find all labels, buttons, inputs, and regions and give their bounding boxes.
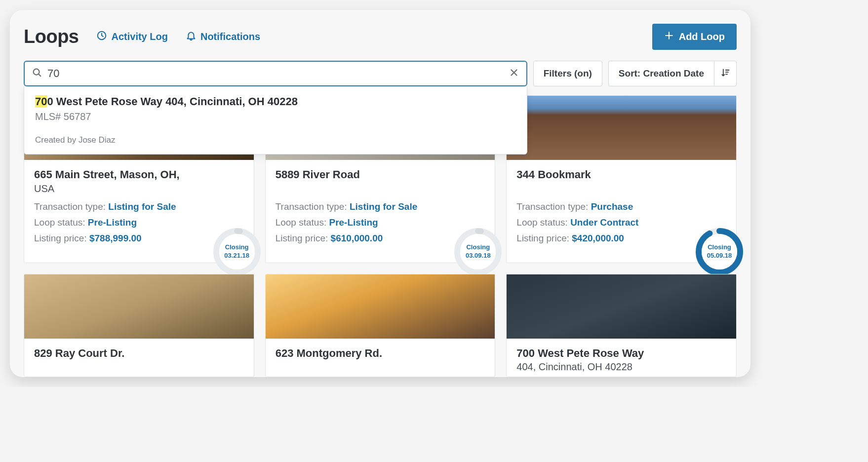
card-body: 344 Bookmark Transaction type: Purchase … — [507, 160, 736, 263]
ring-date: 05.09.18 — [707, 252, 732, 260]
card-title: 829 Ray Court Dr. — [34, 346, 244, 361]
suggestion-created-by: Created by Jose Diaz — [35, 135, 516, 145]
filters-button[interactable]: Filters (on) — [533, 61, 602, 86]
loop-status-label: Loop status: — [276, 217, 327, 228]
notifications-label: Notifications — [200, 31, 260, 42]
loop-status-value: Pre-Listing — [88, 217, 137, 228]
card-body: 5889 River Road Transaction type: Listin… — [266, 160, 495, 263]
closing-ring: Closing 03.09.18 — [453, 227, 503, 276]
closing-ring: Closing 03.21.18 — [212, 227, 262, 276]
plus-icon — [664, 31, 674, 43]
card-image — [507, 274, 736, 339]
suggestion-mls: MLS# 56787 — [35, 111, 516, 122]
filters-label: Filters (on) — [544, 68, 592, 79]
top-bar: Loops Activity Log Notifications Add Loo… — [24, 24, 737, 50]
app-frame: Loops Activity Log Notifications Add Loo… — [10, 10, 750, 377]
add-loop-label: Add Loop — [679, 31, 725, 42]
sort-button[interactable]: Sort: Creation Date — [608, 61, 714, 86]
suggestion-rest: 0 West Pete Rose Way 404, Cincinnati, OH… — [47, 95, 297, 108]
card-image — [266, 274, 495, 339]
clear-search-button[interactable] — [509, 67, 519, 80]
listing-price-value: $610,000.00 — [331, 233, 383, 243]
card-subtitle — [516, 183, 726, 194]
card-body: 665 Main Street, Mason, OH, USA Transact… — [24, 160, 254, 263]
closing-ring: Closing 05.09.18 — [695, 227, 744, 276]
sort-direction-button[interactable] — [714, 61, 737, 86]
listing-price-value: $420,000.00 — [572, 233, 624, 243]
card-body: 700 West Pete Rose Way 404, Cincinnati, … — [507, 339, 736, 377]
card-title: 344 Bookmark — [516, 168, 726, 182]
listing-price-label: Listing price: — [276, 233, 328, 243]
bell-icon — [186, 30, 197, 43]
card-subtitle: 404, Cincinnati, OH 40228 — [516, 361, 726, 373]
transaction-type-row: Transaction type: Listing for Sale — [276, 201, 485, 212]
ring-label: Closing — [225, 243, 249, 251]
ring-label: Closing — [466, 243, 490, 251]
clock-icon — [96, 30, 107, 43]
card-image — [507, 96, 736, 160]
card-body: 623 Montgomery Rd. — [266, 339, 495, 366]
loop-status-label: Loop status: — [34, 217, 85, 228]
card-subtitle — [276, 183, 485, 194]
sort-desc-icon — [720, 68, 730, 80]
loop-card[interactable]: 623 Montgomery Rd. — [265, 274, 496, 378]
loop-status-value: Under Contract — [570, 217, 638, 228]
suggestion-address: 700 West Pete Rose Way 404, Cincinnati, … — [35, 95, 516, 108]
loop-card[interactable]: 829 Ray Court Dr. — [24, 274, 254, 378]
loop-status-row: Loop status: Pre-Listing — [276, 217, 485, 228]
loop-status-row: Loop status: Under Contract — [516, 217, 726, 228]
add-loop-button[interactable]: Add Loop — [652, 24, 737, 50]
loop-status-value: Pre-Listing — [329, 217, 378, 228]
listing-price-value: $788,999.00 — [89, 233, 142, 243]
search-wrap: 700 West Pete Rose Way 404, Cincinnati, … — [24, 61, 527, 86]
card-title: 665 Main Street, Mason, OH, — [34, 168, 244, 182]
ring-date: 03.21.18 — [224, 252, 249, 260]
card-title: 700 West Pete Rose Way — [516, 346, 726, 361]
transaction-type-label: Transaction type: — [516, 201, 588, 212]
search-icon — [32, 67, 42, 80]
sort-label: Sort: Creation Date — [619, 68, 704, 79]
transaction-type-label: Transaction type: — [276, 201, 347, 212]
card-title: 623 Montgomery Rd. — [276, 346, 485, 361]
sort-group: Sort: Creation Date — [608, 61, 737, 86]
page-title: Loops — [24, 26, 79, 47]
loop-status-row: Loop status: Pre-Listing — [34, 217, 244, 228]
card-image — [24, 274, 254, 339]
search-box[interactable] — [24, 61, 527, 86]
controls-row: 700 West Pete Rose Way 404, Cincinnati, … — [24, 61, 737, 86]
card-body: 829 Ray Court Dr. — [24, 339, 254, 366]
notifications-link[interactable]: Notifications — [186, 30, 260, 43]
cards-row-2: 829 Ray Court Dr. 623 Montgomery Rd. 700… — [24, 274, 737, 378]
loop-status-label: Loop status: — [516, 217, 568, 228]
suggestion-highlight: 70 — [35, 95, 47, 108]
card-subtitle: USA — [34, 183, 244, 194]
activity-log-link[interactable]: Activity Log — [96, 30, 167, 43]
activity-log-label: Activity Log — [111, 31, 167, 42]
listing-price-label: Listing price: — [34, 233, 87, 243]
card-title: 5889 River Road — [276, 168, 485, 182]
transaction-type-value: Purchase — [591, 201, 633, 212]
ring-label: Closing — [708, 243, 731, 251]
transaction-type-row: Transaction type: Listing for Sale — [34, 201, 244, 212]
transaction-type-row: Transaction type: Purchase — [516, 201, 726, 212]
listing-price-label: Listing price: — [516, 233, 569, 243]
ring-date: 03.09.18 — [466, 252, 491, 260]
transaction-type-label: Transaction type: — [34, 201, 106, 212]
transaction-type-value: Listing for Sale — [350, 201, 417, 212]
search-input[interactable] — [47, 67, 504, 80]
transaction-type-value: Listing for Sale — [108, 201, 176, 212]
loop-card[interactable]: 700 West Pete Rose Way 404, Cincinnati, … — [506, 274, 737, 378]
loop-card[interactable]: 344 Bookmark Transaction type: Purchase … — [506, 95, 737, 263]
search-suggestion[interactable]: 700 West Pete Rose Way 404, Cincinnati, … — [24, 86, 527, 154]
